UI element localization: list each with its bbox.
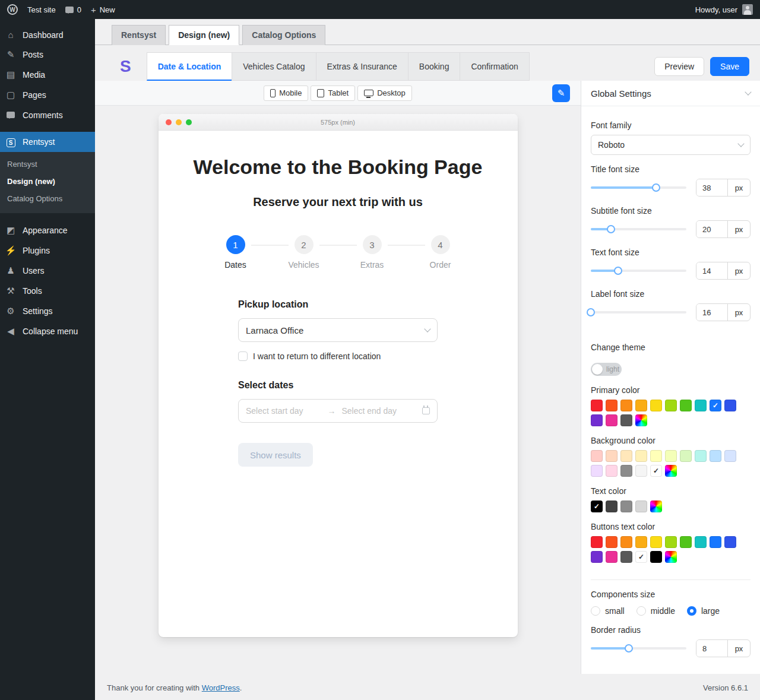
custom-color-swatch[interactable] <box>665 465 677 477</box>
sidebar-item-users[interactable]: ♟ Users <box>0 261 95 281</box>
color-swatch[interactable] <box>606 414 618 426</box>
sidebar-item-comments[interactable]: Comments <box>0 105 95 125</box>
step-vehicles[interactable]: 2 Vehicles <box>270 235 338 270</box>
title-font-size-input[interactable] <box>696 179 727 196</box>
color-swatch[interactable] <box>724 400 736 411</box>
sidebar-item-rentsyst[interactable]: S Rentsyst <box>0 132 95 152</box>
color-swatch[interactable] <box>591 450 603 462</box>
tab-design-new[interactable]: Design (new) <box>169 25 239 45</box>
color-swatch[interactable] <box>680 536 692 548</box>
color-swatch[interactable] <box>650 551 662 563</box>
label-font-size-slider[interactable] <box>591 308 686 316</box>
tab-rentsyst[interactable]: Rentsyst <box>112 25 166 45</box>
checkbox-box[interactable] <box>238 351 248 361</box>
color-swatch[interactable] <box>591 551 603 563</box>
custom-color-swatch[interactable] <box>665 551 677 563</box>
color-swatch[interactable] <box>724 536 736 548</box>
title-font-size-slider[interactable] <box>591 183 686 192</box>
color-swatch[interactable] <box>591 536 603 548</box>
return-different-location-checkbox[interactable]: I want to return to different location <box>238 351 381 361</box>
tab-catalog-options[interactable]: Catalog Options <box>242 25 325 45</box>
color-swatch[interactable] <box>620 501 632 512</box>
tab-confirmation[interactable]: Confirmation <box>460 52 529 81</box>
tab-date-location[interactable]: Date & Location <box>147 52 233 81</box>
device-mobile-button[interactable]: Mobile <box>264 85 308 101</box>
slider-thumb[interactable] <box>587 308 595 316</box>
submenu-item-rentsyst[interactable]: Rentsyst <box>0 156 95 173</box>
color-swatch[interactable] <box>606 400 618 411</box>
color-swatch[interactable] <box>650 400 662 411</box>
wordpress-link[interactable]: WordPress <box>202 683 240 692</box>
comments-shortcut[interactable]: 0 <box>65 5 81 14</box>
sidebar-item-posts[interactable]: ✎ Posts <box>0 45 95 65</box>
color-swatch[interactable] <box>606 551 618 563</box>
subtitle-font-size-input[interactable] <box>696 221 727 237</box>
color-swatch[interactable] <box>680 450 692 462</box>
tab-vehicles-catalog[interactable]: Vehicles Catalog <box>232 52 316 81</box>
color-swatch[interactable] <box>680 400 692 411</box>
color-swatch[interactable] <box>606 450 618 462</box>
color-swatch[interactable]: ✓ <box>591 501 603 512</box>
step-extras[interactable]: 3 Extras <box>338 235 406 270</box>
wp-logo-menu[interactable]: W <box>7 4 18 15</box>
color-swatch[interactable] <box>620 465 632 477</box>
color-swatch[interactable] <box>591 400 603 411</box>
slider-thumb[interactable] <box>614 267 622 275</box>
color-swatch[interactable] <box>635 400 647 411</box>
sidebar-item-settings[interactable]: ⚙ Settings <box>0 301 95 321</box>
sidebar-item-dashboard[interactable]: ⌂ Dashboard <box>0 25 95 45</box>
howdy-label[interactable]: Howdy, user <box>695 5 737 14</box>
color-swatch[interactable] <box>620 414 632 426</box>
color-swatch[interactable] <box>695 400 707 411</box>
submenu-item-design-new[interactable]: Design (new) <box>0 173 95 190</box>
custom-color-swatch[interactable] <box>635 414 647 426</box>
submenu-item-catalog-options[interactable]: Catalog Options <box>0 190 95 207</box>
size-option-large[interactable]: large <box>687 606 720 616</box>
slider-thumb[interactable] <box>625 644 633 653</box>
color-swatch[interactable] <box>591 414 603 426</box>
sidebar-item-tools[interactable]: ⚒ Tools <box>0 281 95 301</box>
color-swatch[interactable] <box>650 536 662 548</box>
date-range-picker[interactable]: Select start day → Select end day <box>238 399 438 423</box>
pickup-location-select[interactable]: Larnaca Office <box>238 318 438 342</box>
color-swatch[interactable] <box>695 536 707 548</box>
color-swatch[interactable] <box>591 465 603 477</box>
color-swatch[interactable] <box>620 450 632 462</box>
label-font-size-input[interactable] <box>696 304 727 321</box>
preview-button[interactable]: Preview <box>654 57 704 76</box>
color-swatch[interactable]: ✓ <box>710 400 721 411</box>
color-swatch[interactable] <box>665 450 677 462</box>
sidebar-collapse-menu[interactable]: ◀ Collapse menu <box>0 321 95 341</box>
color-swatch[interactable] <box>635 536 647 548</box>
color-swatch[interactable] <box>635 501 647 512</box>
device-tablet-button[interactable]: Tablet <box>311 85 355 101</box>
color-swatch[interactable] <box>635 465 647 477</box>
color-swatch[interactable]: ✓ <box>635 551 647 563</box>
global-settings-header[interactable]: Global Settings <box>581 81 760 106</box>
color-swatch[interactable] <box>620 551 632 563</box>
device-desktop-button[interactable]: Desktop <box>357 85 412 101</box>
tab-booking[interactable]: Booking <box>408 52 461 81</box>
slider-thumb[interactable] <box>607 225 615 233</box>
start-date-input[interactable]: Select start day <box>246 406 322 416</box>
edit-button[interactable]: ✎ <box>552 84 570 102</box>
color-swatch[interactable] <box>710 450 721 462</box>
tab-extras-insurance[interactable]: Extras & Insurance <box>316 52 408 81</box>
color-swatch[interactable] <box>620 400 632 411</box>
font-family-select[interactable]: Roboto <box>591 135 750 155</box>
user-avatar[interactable] <box>742 4 753 15</box>
sidebar-item-appearance[interactable]: ◩ Appearance <box>0 220 95 240</box>
color-swatch[interactable] <box>665 400 677 411</box>
custom-color-swatch[interactable] <box>650 501 662 512</box>
color-swatch[interactable] <box>650 450 662 462</box>
theme-toggle[interactable]: light <box>591 363 622 376</box>
sidebar-item-plugins[interactable]: ⚡ Plugins <box>0 240 95 261</box>
border-radius-slider[interactable] <box>591 644 686 653</box>
color-swatch[interactable] <box>606 536 618 548</box>
text-font-size-input[interactable] <box>696 262 727 279</box>
step-order[interactable]: 4 Order <box>406 235 474 270</box>
color-swatch[interactable] <box>606 501 618 512</box>
slider-thumb[interactable] <box>652 183 660 192</box>
subtitle-font-size-slider[interactable] <box>591 225 686 233</box>
show-results-button[interactable]: Show results <box>238 443 313 467</box>
